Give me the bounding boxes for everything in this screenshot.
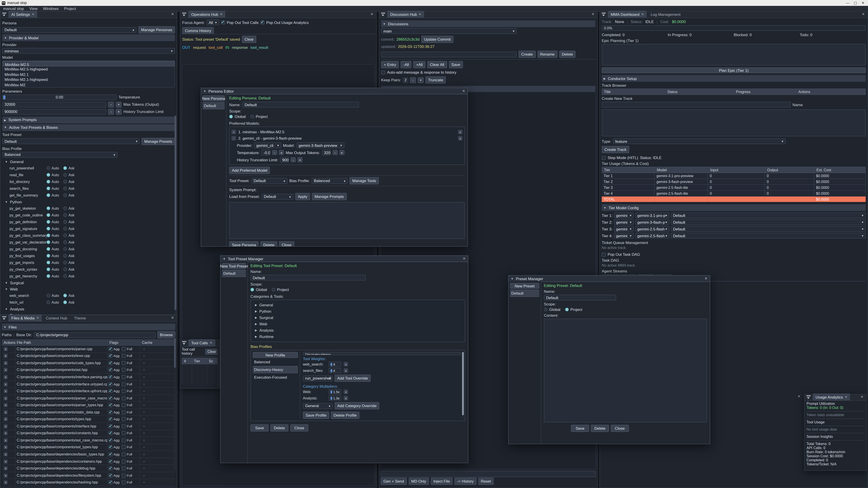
delete-persona-button[interactable]: Delete xyxy=(260,241,277,246)
clear-tool-calls-button[interactable]: Clear xyxy=(205,349,218,355)
ask-radio[interactable] xyxy=(64,247,67,251)
ask-radio[interactable] xyxy=(64,187,67,190)
category-row[interactable]: ▶Runtime xyxy=(253,333,463,339)
remove-file-button[interactable]: x xyxy=(4,410,8,414)
full-checkbox[interactable] xyxy=(122,403,126,407)
create-track-button[interactable]: Create Track xyxy=(602,146,629,153)
close-icon[interactable]: ✕ xyxy=(798,394,800,398)
remove-file-button[interactable]: x xyxy=(4,354,8,358)
panel-close-icon[interactable]: ✕ xyxy=(171,316,176,321)
popout-task-dag-checkbox[interactable] xyxy=(602,252,606,256)
tab-comms-history[interactable]: Comms History xyxy=(182,27,214,34)
popout-usage-checkbox[interactable] xyxy=(260,20,265,24)
full-checkbox[interactable] xyxy=(122,375,126,379)
truncate-button[interactable]: Truncate xyxy=(426,76,446,84)
full-checkbox[interactable] xyxy=(122,410,126,414)
history-action-button[interactable]: +All xyxy=(413,61,426,68)
dialog-close-icon[interactable]: ✕ xyxy=(463,257,466,261)
full-checkbox[interactable] xyxy=(122,354,126,358)
max-output-input[interactable]: 32000 xyxy=(322,150,331,156)
auto-radio[interactable] xyxy=(46,294,50,297)
agg-checkbox[interactable] xyxy=(108,431,113,435)
scope-global-radio[interactable] xyxy=(544,308,548,311)
apply-button[interactable]: Apply xyxy=(295,193,310,200)
full-checkbox[interactable] xyxy=(122,480,126,484)
bias-profile-item[interactable]: Execution-Focused xyxy=(253,374,298,381)
panel-menu-icon[interactable] xyxy=(182,13,186,16)
category-multiplier-slider[interactable]: 1.5x xyxy=(329,389,341,394)
remove-file-button[interactable]: x xyxy=(4,445,8,449)
preferred-model-select[interactable]: gemini-3-flash-preview▼ xyxy=(296,142,344,148)
increment-button[interactable]: + xyxy=(339,150,344,155)
panel-close-icon[interactable]: ✕ xyxy=(171,12,176,18)
remove-file-button[interactable]: x xyxy=(4,473,8,477)
auto-radio[interactable] xyxy=(46,254,50,258)
create-discussion-button[interactable]: Create xyxy=(519,51,535,58)
tool-weight-slider[interactable]: 4 xyxy=(329,361,341,367)
category-override-select[interactable]: General▼ xyxy=(303,403,333,409)
scrollbar-thumb[interactable] xyxy=(462,352,464,415)
scrollbar-track[interactable] xyxy=(217,348,219,387)
minimize-icon[interactable]: — xyxy=(846,1,849,5)
ask-radio[interactable] xyxy=(64,213,67,217)
close-dialog-button[interactable]: Close xyxy=(290,424,308,431)
full-checkbox[interactable] xyxy=(122,445,126,449)
tier-model-select[interactable]: gemini-3-flash-p▼ xyxy=(635,219,670,225)
auto-radio[interactable] xyxy=(46,173,50,177)
tab-discussion-hub[interactable]: Discussion Hub✕ xyxy=(388,11,424,18)
preferred-provider-select[interactable]: gemini_cli▼ xyxy=(254,142,281,148)
tool-preset-list-item[interactable]: Default xyxy=(222,270,246,277)
remove-file-button[interactable]: x xyxy=(4,403,8,407)
history-action-button[interactable]: + Entry xyxy=(381,61,399,68)
profile-name-input[interactable]: Discovery-Heavy xyxy=(303,352,461,355)
discussion-select[interactable]: main▼ xyxy=(381,28,517,34)
menu-item[interactable]: Project xyxy=(64,6,76,11)
remove-override-button[interactable]: x xyxy=(344,396,348,400)
new-persona-button[interactable]: New Persona xyxy=(203,95,225,101)
remove-file-button[interactable]: x xyxy=(4,459,8,463)
active-tools-section[interactable]: ▼Active Tool Presets & Biases xyxy=(2,124,175,131)
panel-close-icon[interactable]: ✕ xyxy=(370,12,375,18)
agg-checkbox[interactable] xyxy=(108,445,113,449)
provider-model-section[interactable]: ▼Provider & Model xyxy=(2,34,175,41)
files-section[interactable]: ▼Files xyxy=(2,324,176,330)
track-type-select[interactable]: feature▼ xyxy=(613,138,786,144)
full-checkbox[interactable] xyxy=(122,417,126,421)
tool-preset-select[interactable]: Default▼ xyxy=(2,138,140,144)
preset-content-textarea[interactable] xyxy=(544,319,707,422)
provider-select[interactable]: minimax▼ xyxy=(2,48,175,54)
tab-files-media[interactable]: Files & Media✕ xyxy=(8,315,42,321)
full-checkbox[interactable] xyxy=(122,438,126,442)
close-dialog-button[interactable]: Close xyxy=(611,425,629,432)
tab-close-icon[interactable]: ✕ xyxy=(418,13,421,16)
history-limit-input[interactable]: 900000 xyxy=(2,109,106,115)
tier-provider-select[interactable]: gemini▼ xyxy=(614,226,634,232)
ask-radio[interactable] xyxy=(64,254,67,258)
panel-menu-icon[interactable] xyxy=(182,341,186,345)
discussion-name-input[interactable] xyxy=(381,51,517,57)
full-checkbox[interactable] xyxy=(122,424,126,428)
discussions-section[interactable]: ▼Discussions xyxy=(381,20,595,27)
remove-model-button[interactable]: x xyxy=(458,130,463,134)
ask-radio[interactable] xyxy=(64,220,67,224)
remove-file-button[interactable]: x xyxy=(4,438,8,442)
max-tokens-input[interactable]: 32000 xyxy=(2,101,106,107)
compose-action-button[interactable]: Inject File xyxy=(431,478,453,485)
bias-profile-select[interactable]: Balanced▼ xyxy=(312,178,348,184)
panel-menu-icon[interactable] xyxy=(2,316,6,320)
compose-action-button[interactable]: -> History xyxy=(454,478,476,485)
save-persona-button[interactable]: Save Persona xyxy=(229,241,259,246)
scrollbar-track[interactable] xyxy=(175,116,176,319)
increment-button[interactable]: + xyxy=(116,109,122,115)
tab-context-hub[interactable]: Context Hub xyxy=(43,315,70,321)
ask-radio[interactable] xyxy=(64,300,67,304)
delete-profile-button[interactable]: Delete Profile xyxy=(331,412,360,419)
delete-discussion-button[interactable]: Delete xyxy=(559,51,576,58)
remove-file-button[interactable]: x xyxy=(4,382,8,386)
history-action-button[interactable]: Save xyxy=(449,61,463,68)
load-preset-select[interactable]: Default▼ xyxy=(261,194,293,199)
decrement-button[interactable]: - xyxy=(333,150,338,155)
agg-checkbox[interactable] xyxy=(108,403,113,407)
model-option[interactable]: MiniMax-M2.1-highspeed xyxy=(3,76,175,82)
tool-override-select[interactable]: run_powershell▼ xyxy=(303,375,333,381)
